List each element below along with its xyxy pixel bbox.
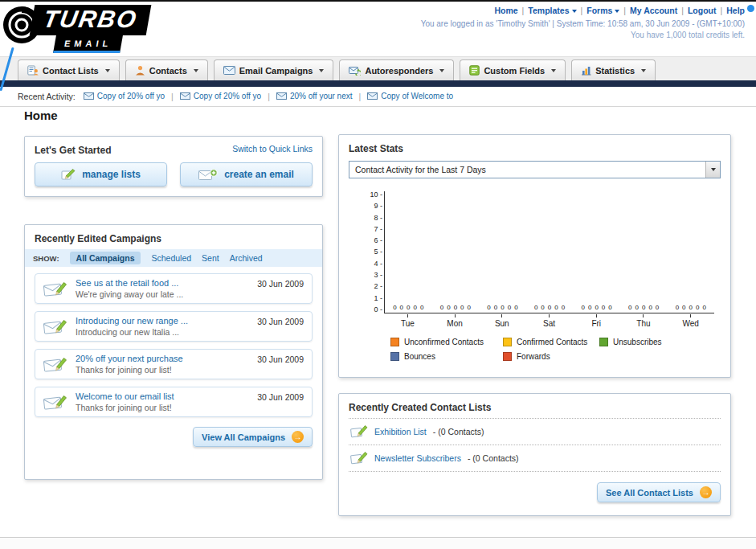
activity-link[interactable]: Copy of Welcome to bbox=[381, 92, 453, 100]
filter-tab-archived[interactable]: Archived bbox=[230, 253, 263, 263]
header-link-templates[interactable]: Templates bbox=[528, 6, 576, 15]
legend-label: Bounces bbox=[404, 352, 435, 361]
switch-quick-links-link[interactable]: Switch to Quick Links bbox=[232, 144, 313, 154]
activity-link[interactable]: 20% off your next bbox=[290, 92, 353, 100]
separator: | bbox=[171, 92, 174, 101]
logo-substrip: EMAIL bbox=[53, 35, 123, 53]
autoresponders-icon bbox=[349, 66, 361, 76]
email-campaigns-icon bbox=[223, 66, 235, 75]
y-tick-label: 9 - bbox=[374, 203, 382, 210]
campaign-title-link[interactable]: See us at the retail food ... bbox=[76, 278, 183, 288]
campaign-item: Introducing our new range ...Introducing… bbox=[35, 311, 313, 342]
nav-tab-label: Statistics bbox=[595, 66, 635, 76]
create-email-label: create an email bbox=[224, 169, 294, 180]
page-title: Home bbox=[24, 109, 58, 122]
credits-info: You have 1,000 total credits left. bbox=[421, 31, 745, 39]
y-tick-label: 5 - bbox=[374, 248, 382, 256]
filter-tab-all-campaigns[interactable]: All Campaigns bbox=[70, 252, 141, 264]
filter-tab-sent[interactable]: Sent bbox=[202, 253, 219, 263]
header-link-forms[interactable]: Forms bbox=[586, 6, 619, 15]
envelope-icon bbox=[276, 92, 287, 100]
value-group-sat: 00000 bbox=[526, 304, 574, 311]
view-all-campaigns-label: View All Campaigns bbox=[202, 432, 285, 442]
x-tick-label: Thu bbox=[620, 314, 668, 328]
value-group-fri: 00000 bbox=[573, 304, 620, 311]
envelope-icon bbox=[84, 92, 94, 100]
legend-color-swatch bbox=[390, 352, 399, 361]
value-group-thu: 00000 bbox=[620, 304, 668, 311]
contact-lists-panel: Recently Created Contact Lists Exhibitio… bbox=[338, 393, 731, 516]
chart-values-row: 00000000000000000000000000000000000 bbox=[385, 304, 714, 311]
stats-range-select[interactable]: Contact Activity for the Last 7 Days bbox=[349, 161, 721, 178]
logo-text-email: EMAIL bbox=[63, 39, 112, 48]
contact-lists-icon bbox=[27, 65, 39, 76]
link-separator: | bbox=[522, 6, 525, 15]
y-tick-label: 1 - bbox=[374, 295, 382, 302]
chevron-down-icon bbox=[194, 69, 198, 72]
series-value: 0 bbox=[581, 304, 584, 311]
activity-link[interactable]: Copy of 20% off yo bbox=[97, 92, 165, 100]
campaign-date: 30 Jun 2009 bbox=[257, 279, 304, 289]
chart-legend: Unconfirmed ContactsConfirmed ContactsUn… bbox=[390, 338, 730, 361]
x-tick-label: Sun bbox=[478, 314, 525, 328]
envelope-pencil-icon bbox=[43, 279, 67, 298]
chart-x-axis: TueMonSunSatFriThuWed bbox=[384, 314, 714, 328]
series-value: 0 bbox=[400, 304, 403, 311]
see-all-contact-lists-button[interactable]: See All Contact Lists → bbox=[597, 482, 721, 502]
contact-list-item: Exhibition List- (0 Contacts) bbox=[349, 419, 721, 445]
chevron-down-icon bbox=[641, 69, 646, 72]
campaign-title-link[interactable]: Introducing our new range ... bbox=[76, 316, 188, 326]
nav-tab-autoresponders[interactable]: Autoresponders bbox=[339, 59, 454, 80]
create-email-button[interactable]: create an email bbox=[180, 162, 313, 186]
contact-list-link[interactable]: Exhibition List bbox=[374, 427, 427, 436]
nav-tab-contacts[interactable]: Contacts bbox=[125, 59, 208, 80]
value-group-sun: 00000 bbox=[479, 304, 526, 311]
y-tick-label: 8 - bbox=[374, 215, 382, 222]
series-value: 0 bbox=[682, 304, 685, 311]
series-value: 0 bbox=[554, 304, 558, 311]
x-tick-label: Mon bbox=[431, 314, 479, 328]
chevron-down-icon bbox=[551, 69, 556, 72]
series-value: 0 bbox=[447, 304, 450, 311]
header-link-my-account[interactable]: My Account bbox=[630, 6, 677, 15]
campaign-title-link[interactable]: 20% off your next purchase bbox=[76, 354, 183, 363]
y-tick-label: 3 - bbox=[374, 272, 382, 279]
series-value: 0 bbox=[635, 304, 639, 311]
series-value: 0 bbox=[454, 304, 457, 311]
header-link-home[interactable]: Home bbox=[494, 6, 517, 15]
campaign-list: See us at the retail food ...We're givin… bbox=[25, 267, 322, 417]
nav-tab-email-campaigns[interactable]: Email Campaigns bbox=[214, 59, 334, 80]
campaign-title-link[interactable]: Welcome to our email list bbox=[76, 391, 174, 401]
series-value: 0 bbox=[460, 304, 464, 311]
campaign-date: 30 Jun 2009 bbox=[257, 354, 304, 364]
arrow-right-icon: → bbox=[700, 486, 712, 498]
chevron-down-icon bbox=[439, 69, 444, 72]
activity-item: Copy of 20% off yo bbox=[84, 92, 165, 100]
nav-tab-statistics[interactable]: Statistics bbox=[571, 59, 656, 80]
campaign-subtitle: Introducing our new Italia ... bbox=[76, 327, 188, 337]
series-value: 0 bbox=[656, 304, 659, 311]
value-group-wed: 00000 bbox=[667, 304, 714, 311]
series-value: 0 bbox=[696, 304, 699, 311]
series-value: 0 bbox=[648, 304, 652, 311]
legend-color-swatch bbox=[390, 338, 399, 346]
contact-list-link[interactable]: Newsletter Subscribers bbox=[374, 453, 461, 463]
manage-lists-button[interactable]: manage lists bbox=[35, 162, 167, 186]
series-value: 0 bbox=[595, 304, 598, 311]
legend-forwards: Forwards bbox=[503, 352, 599, 361]
series-value: 0 bbox=[420, 304, 423, 311]
contact-activity-chart: 10 -9 -8 -7 -6 -5 -4 -3 -2 -1 -0 - 00000… bbox=[362, 191, 714, 328]
filter-tab-scheduled[interactable]: Scheduled bbox=[151, 253, 191, 263]
stats-title: Latest Stats bbox=[339, 135, 730, 159]
nav-tab-custom-fields[interactable]: Custom Fields bbox=[460, 59, 566, 80]
series-value: 0 bbox=[689, 304, 693, 311]
activity-link[interactable]: Copy of 20% off yo bbox=[194, 92, 261, 100]
header-link-help[interactable]: Help bbox=[726, 6, 745, 15]
legend-label: Unconfirmed Contacts bbox=[404, 338, 484, 346]
arrow-right-icon: → bbox=[292, 431, 304, 443]
separator: | bbox=[268, 92, 270, 101]
y-tick-label: 7 - bbox=[374, 226, 382, 233]
nav-tab-contact-lists[interactable]: Contact Lists bbox=[18, 59, 120, 80]
view-all-campaigns-button[interactable]: View All Campaigns → bbox=[193, 427, 313, 447]
header-link-logout[interactable]: Logout bbox=[688, 6, 717, 15]
